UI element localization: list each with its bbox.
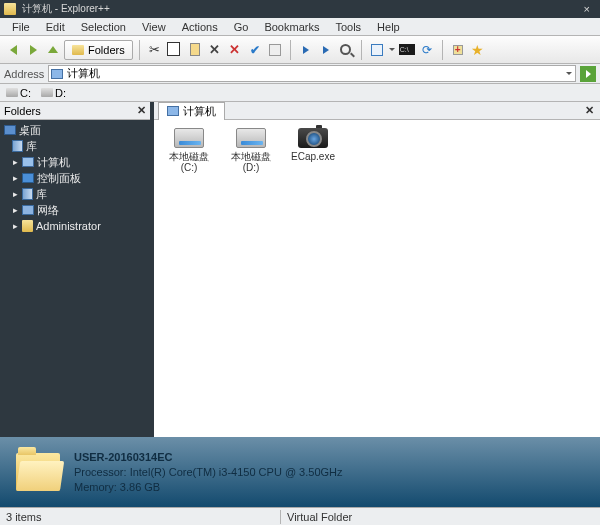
- expand-toggle[interactable]: ▸: [12, 173, 19, 183]
- menu-edit[interactable]: Edit: [38, 21, 73, 33]
- address-input[interactable]: 计算机: [48, 65, 576, 82]
- back-button[interactable]: [4, 41, 22, 59]
- tab-computer[interactable]: 计算机: [158, 102, 225, 120]
- view-dropdown[interactable]: [388, 48, 396, 51]
- title-bar: 计算机 - Explorer++ ×: [0, 0, 600, 18]
- close-panel-button[interactable]: ✕: [137, 104, 146, 117]
- bookmark-button[interactable]: ★: [469, 41, 487, 59]
- arrow-left-icon: [10, 45, 17, 55]
- drive-icon: [174, 128, 204, 148]
- tree-node-computer[interactable]: ▸ 计算机: [2, 154, 148, 170]
- refresh-icon: ⟳: [422, 43, 432, 57]
- toolbar-separator: [290, 40, 291, 60]
- menu-go[interactable]: Go: [226, 21, 257, 33]
- properties-icon: [269, 44, 281, 56]
- menu-tools[interactable]: Tools: [327, 21, 369, 33]
- close-tab-button[interactable]: ✕: [585, 104, 594, 117]
- view-button[interactable]: [368, 41, 386, 59]
- tree-node-lib-root[interactable]: 库: [2, 138, 148, 154]
- address-bar: Address 计算机: [0, 64, 600, 84]
- move-to-button[interactable]: [317, 41, 335, 59]
- folder-tree-panel: Folders ✕ 桌面 库 ▸ 计算机 ▸ 控制面板 ▸: [0, 102, 150, 437]
- tree-panel-header: Folders ✕: [0, 102, 150, 120]
- file-item[interactable]: ECap.exe: [286, 128, 340, 173]
- tree-label: 控制面板: [37, 171, 81, 186]
- tree-label: 桌面: [19, 123, 41, 138]
- tree-node-libraries[interactable]: ▸ 库: [2, 186, 148, 202]
- drive-bar: C:D:: [0, 84, 600, 102]
- menu-file[interactable]: File: [4, 21, 38, 33]
- search-button[interactable]: [337, 41, 355, 59]
- forward-button[interactable]: [24, 41, 42, 59]
- folders-label: Folders: [88, 44, 125, 56]
- grid-icon: [371, 44, 383, 56]
- tree-node-user[interactable]: ▸ Administrator: [2, 218, 148, 234]
- file-item[interactable]: 本地磁盘 (C:): [162, 128, 216, 173]
- status-bar: 3 items Virtual Folder: [0, 507, 600, 525]
- tree-node-desktop[interactable]: 桌面: [2, 122, 148, 138]
- menu-bar: FileEditSelectionViewActionsGoBookmarksT…: [0, 18, 600, 36]
- paste-button[interactable]: [186, 41, 204, 59]
- cut-button[interactable]: ✂: [146, 41, 164, 59]
- computer-icon: [51, 69, 63, 79]
- expand-toggle[interactable]: ▸: [12, 157, 19, 167]
- tree-node-network[interactable]: ▸ 网络: [2, 202, 148, 218]
- new-folder-icon: [453, 45, 463, 55]
- close-icon[interactable]: ×: [578, 3, 596, 15]
- expand-toggle[interactable]: ▸: [12, 221, 19, 231]
- menu-bookmarks[interactable]: Bookmarks: [256, 21, 327, 33]
- tree-label: 计算机: [37, 155, 70, 170]
- delete-perm-button[interactable]: ✕: [226, 41, 244, 59]
- controlpanel-icon: [22, 173, 34, 183]
- desktop-icon: [4, 125, 16, 135]
- delete-button[interactable]: ✕: [206, 41, 224, 59]
- paste-icon: [190, 43, 200, 56]
- drive-label: C:: [20, 87, 31, 99]
- app-icon: [4, 3, 16, 15]
- menu-actions[interactable]: Actions: [174, 21, 226, 33]
- user-folder-icon: [22, 220, 33, 232]
- menu-selection[interactable]: Selection: [73, 21, 134, 33]
- file-label: 本地磁盘 (D:): [224, 151, 278, 173]
- file-label: 本地磁盘 (C:): [162, 151, 216, 173]
- cmd-button[interactable]: C:\: [398, 41, 416, 59]
- window-title: 计算机 - Explorer++: [22, 2, 578, 16]
- content-panel: 计算机 ✕ 本地磁盘 (C:)本地磁盘 (D:)ECap.exe: [154, 102, 600, 437]
- status-item-count: 3 items: [0, 511, 280, 523]
- file-item[interactable]: 本地磁盘 (D:): [224, 128, 278, 173]
- options-button[interactable]: [266, 41, 284, 59]
- address-value: 计算机: [67, 66, 100, 81]
- properties-button[interactable]: ✔: [246, 41, 264, 59]
- folders-toggle[interactable]: Folders: [64, 40, 133, 60]
- check-icon: ✔: [250, 43, 260, 57]
- tree-panel-title: Folders: [4, 105, 41, 117]
- toolbar-separator: [139, 40, 140, 60]
- processor-info: Processor: Intel(R) Core(TM) i3-4150 CPU…: [74, 465, 343, 480]
- menu-view[interactable]: View: [134, 21, 174, 33]
- toolbar-separator: [361, 40, 362, 60]
- tree-label: 库: [26, 139, 37, 154]
- tree-label: Administrator: [36, 220, 101, 232]
- expand-toggle[interactable]: ▸: [12, 189, 19, 199]
- file-view[interactable]: 本地磁盘 (C:)本地磁盘 (D:)ECap.exe: [154, 120, 600, 437]
- system-info: USER-20160314EC Processor: Intel(R) Core…: [74, 450, 343, 495]
- up-button[interactable]: [44, 41, 62, 59]
- tab-bar: 计算机 ✕: [154, 102, 600, 120]
- expand-toggle[interactable]: ▸: [12, 205, 19, 215]
- menu-help[interactable]: Help: [369, 21, 408, 33]
- drive-icon: [41, 88, 53, 97]
- refresh-button[interactable]: ⟳: [418, 41, 436, 59]
- tree-node-controlpanel[interactable]: ▸ 控制面板: [2, 170, 148, 186]
- folder-tree[interactable]: 桌面 库 ▸ 计算机 ▸ 控制面板 ▸ 库 ▸: [0, 120, 150, 437]
- copy-to-button[interactable]: [297, 41, 315, 59]
- copy-button[interactable]: [166, 41, 184, 59]
- go-button[interactable]: [580, 66, 596, 82]
- cmd-icon: C:\: [399, 44, 415, 55]
- drive-d[interactable]: D:: [41, 87, 66, 99]
- drive-c[interactable]: C:: [6, 87, 31, 99]
- toolbar: Folders ✂ ✕ ✕ ✔ C:\ ⟳ ★: [0, 36, 600, 64]
- address-dropdown[interactable]: [565, 72, 573, 75]
- computer-icon: [22, 157, 34, 167]
- scissors-icon: ✂: [149, 42, 160, 57]
- new-folder-button[interactable]: [449, 41, 467, 59]
